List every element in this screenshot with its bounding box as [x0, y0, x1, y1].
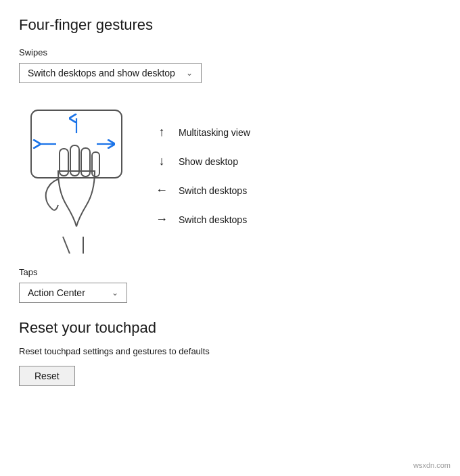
taps-dropdown[interactable]: Action Center ⌄: [19, 283, 127, 303]
swipes-dropdown[interactable]: Switch desktops and show desktop ⌄: [19, 63, 202, 83]
reset-button[interactable]: Reset: [19, 366, 75, 386]
gesture-item-up: ↑ Multitasking view: [154, 125, 250, 139]
gesture-item-down: ↓ Show desktop: [154, 154, 250, 168]
svg-line-8: [63, 237, 70, 254]
four-finger-title: Four-finger gestures: [19, 16, 441, 34]
gesture-list: ↑ Multitasking view ↓ Show desktop ← Swi…: [154, 125, 250, 227]
swipes-dropdown-value: Switch desktops and show desktop: [28, 68, 175, 78]
taps-dropdown-value: Action Center: [28, 287, 85, 298]
reset-title: Reset your touchpad: [19, 319, 441, 337]
gesture-label-multitasking: Multitasking view: [179, 127, 250, 138]
gesture-label-show-desktop: Show desktop: [179, 156, 238, 167]
svg-rect-6: [81, 148, 90, 176]
watermark: wsxdn.com: [411, 460, 453, 471]
hand-gesture-illustration: [19, 98, 134, 254]
reset-description: Reset touchpad settings and gestures to …: [19, 346, 441, 356]
taps-chevron-down-icon: ⌄: [112, 288, 118, 298]
arrow-down-icon: ↓: [154, 154, 169, 168]
arrow-up-icon: ↑: [154, 125, 169, 139]
swipes-label: Swipes: [19, 47, 441, 57]
gesture-label-switch-right: Switch desktops: [179, 214, 247, 225]
svg-rect-7: [92, 152, 99, 176]
taps-label: Taps: [19, 267, 441, 277]
gesture-item-left: ← Switch desktops: [154, 183, 250, 197]
arrow-right-icon: →: [154, 212, 169, 227]
chevron-down-icon: ⌄: [186, 68, 193, 78]
gesture-area: ↑ Multitasking view ↓ Show desktop ← Swi…: [19, 98, 441, 254]
gesture-item-right: → Switch desktops: [154, 212, 250, 227]
arrow-left-icon: ←: [154, 183, 169, 197]
reset-section: Reset your touchpad Reset touchpad setti…: [19, 319, 441, 386]
gesture-label-switch-left: Switch desktops: [179, 185, 247, 196]
